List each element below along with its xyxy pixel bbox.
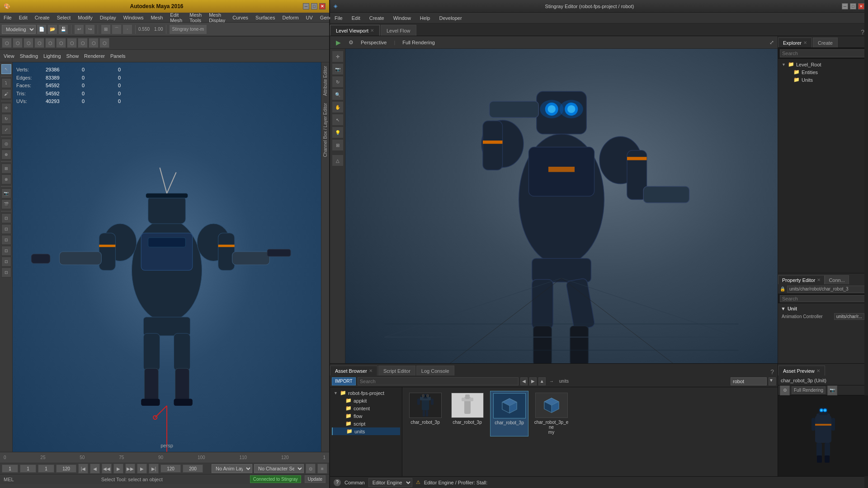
tab-level-flow[interactable]: Level Flow [381,25,416,36]
extra-btn-1[interactable]: ⊡ [1,213,11,223]
filter-search-input[interactable] [731,377,767,385]
asset-item-1[interactable]: char_robot_3p [406,391,444,436]
prop-tab-property-editor[interactable]: Property Editor ✕ [778,275,825,284]
maya-menu-create[interactable]: Create [33,14,52,21]
extra-btn-3[interactable]: ⊡ [1,235,11,245]
maya-viewport[interactable]: Verts: 29386 0 0 Edges: 83389 0 0 Faces:… [13,62,321,452]
shading-menu[interactable]: Shading [20,53,38,59]
snap-grid-btn[interactable]: ⊞ [101,24,111,34]
asset-search-input[interactable] [358,377,519,385]
nav-up-btn[interactable]: ▲ [538,377,546,385]
maya-menu-uv[interactable]: UV [304,14,315,21]
stingray-viewport-bg[interactable] [345,49,778,363]
render-btn[interactable]: 🎬 [1,199,11,209]
s-camera-btn[interactable]: 📷 [332,63,344,75]
asset-item-4[interactable]: char_robot_3p_enemy [532,391,571,436]
stingray-menu-help[interactable]: Help [417,14,433,22]
snap-point-btn[interactable]: · [123,24,132,34]
nav-fwd-btn[interactable]: ▶ [529,377,537,385]
s-zoom-btn[interactable]: 🔍 [332,89,344,100]
s-light-btn[interactable]: 💡 [332,127,344,138]
maya-menu-windows[interactable]: Windows [122,14,146,21]
maya-menu-mesh-tools[interactable]: Mesh Tools [188,11,203,24]
preview-area[interactable] [778,395,868,476]
renderer-menu[interactable]: Renderer [84,53,105,59]
preview-screenshot-btn[interactable]: 📷 [827,385,837,395]
timeline-start-field[interactable] [2,465,18,473]
shelf-btn-3[interactable]: ⬡ [24,38,33,48]
char-set-dropdown[interactable]: No Character Set [254,464,304,473]
tab-script-editor[interactable]: Script Editor [378,366,415,375]
stingray-menu-window[interactable]: Window [391,14,414,22]
tab-asset-preview-close[interactable]: ✕ [816,368,820,373]
rotate-tool-btn[interactable]: ↻ [1,114,11,124]
play-stop-btn[interactable]: ▶ [113,464,123,474]
lasso-tool-btn[interactable]: ⤵ [1,78,11,88]
anim-toggle-btn[interactable]: ⊙ [306,464,316,474]
maya-menu-surfaces[interactable]: Surfaces [254,14,277,21]
range-end-field[interactable] [183,465,203,473]
grid-btn[interactable]: ⊞ [1,164,11,174]
next-key-btn[interactable]: ▶| [149,464,159,474]
shelf-btn-6[interactable]: ⬡ [56,38,66,48]
save-btn[interactable]: 💾 [58,24,68,34]
tree-script[interactable]: 📁 script [332,420,400,427]
tab-asset-preview[interactable]: Asset Preview ✕ [778,366,825,375]
connected-to-stingray-btn[interactable]: Connected to Stingray [250,475,301,483]
prev-frame-btn[interactable]: ◀ [90,464,100,474]
import-btn[interactable]: IMPORT [332,377,356,385]
engine-dropdown[interactable]: Editor Engine [368,478,412,487]
s-pan-btn[interactable]: ✋ [332,101,344,113]
stingray-menu-file[interactable]: File [332,14,345,22]
prev-key-btn[interactable]: |◀ [78,464,88,474]
maya-menu-mesh[interactable]: Mesh [149,14,165,21]
anim-controller-value[interactable]: units/char/r... [834,313,864,320]
snap-btn[interactable]: ⊗ [1,174,11,184]
statusbar-help-btn[interactable]: ? [334,479,341,486]
stingray-menu-developer[interactable]: Developer [436,14,464,22]
play-back-btn[interactable]: ◀◀ [102,464,112,474]
render-mode-label[interactable]: Full Rendering [401,39,437,46]
viewport-expand-btn[interactable]: ⤢ [769,39,774,46]
maya-menu-mesh-display[interactable]: Mesh Display [207,11,227,24]
tree-item-units[interactable]: 📁 Units [780,76,866,84]
shelf-btn-10[interactable]: ⬡ [99,38,109,48]
redo-btn[interactable]: ↪ [85,24,95,34]
soft-select-btn[interactable]: ◎ [1,139,11,149]
play-fwd-btn[interactable]: ▶▶ [125,464,135,474]
paint-select-btn[interactable]: 🖌 [1,89,11,99]
stingray-play-btn[interactable]: ▶ [334,38,343,47]
tree-item-level-root[interactable]: ▼ 📁 Level_Root [780,61,866,68]
show-manip-btn[interactable]: ⊕ [1,150,11,160]
prop-search-input[interactable] [780,295,866,302]
tree-item-entities[interactable]: 📁 Entities [780,68,866,76]
tab-asset-browser-close[interactable]: ✕ [369,368,373,373]
tab-level-viewport-close[interactable]: ✕ [370,28,374,33]
stingray-tone-btn[interactable]: Stingray tone-m [169,24,208,34]
anim-extra-btn[interactable]: ≡ [317,464,327,474]
maya-maximize-btn[interactable]: □ [311,3,317,9]
timeline-current-field[interactable] [20,465,36,473]
maya-menu-file[interactable]: File [2,14,14,21]
explorer-search-input[interactable] [780,49,866,57]
asset-item-2[interactable]: char_robot_3p [448,391,486,436]
extra-btn-5[interactable]: ⊡ [1,257,11,267]
tab-log-console[interactable]: Log Console [416,366,454,375]
maya-close-btn[interactable]: ✕ [319,3,326,9]
shelf-btn-2[interactable]: ⬡ [13,38,23,48]
tree-flow[interactable]: 📁 flow [332,412,400,420]
maya-minimize-btn[interactable]: ─ [303,3,309,9]
update-btn[interactable]: Update [305,475,326,483]
preview-render-mode[interactable]: Full Rendering [792,386,826,394]
open-file-btn[interactable]: 📂 [47,24,57,34]
shelf-btn-7[interactable]: ⬡ [67,38,77,48]
maya-menu-edit-mesh[interactable]: Edit Mesh [168,11,184,24]
view-menu[interactable]: View [4,53,14,59]
shelf-btn-1[interactable]: ⬡ [2,38,12,48]
show-menu[interactable]: Show [66,53,79,59]
stingray-minimize-btn[interactable]: ─ [842,3,848,9]
shelf-btn-9[interactable]: ⬡ [89,38,99,48]
camera-btn[interactable]: 📷 [1,188,11,198]
maya-menu-edit[interactable]: Edit [17,14,29,21]
undo-btn[interactable]: ↩ [74,24,84,34]
